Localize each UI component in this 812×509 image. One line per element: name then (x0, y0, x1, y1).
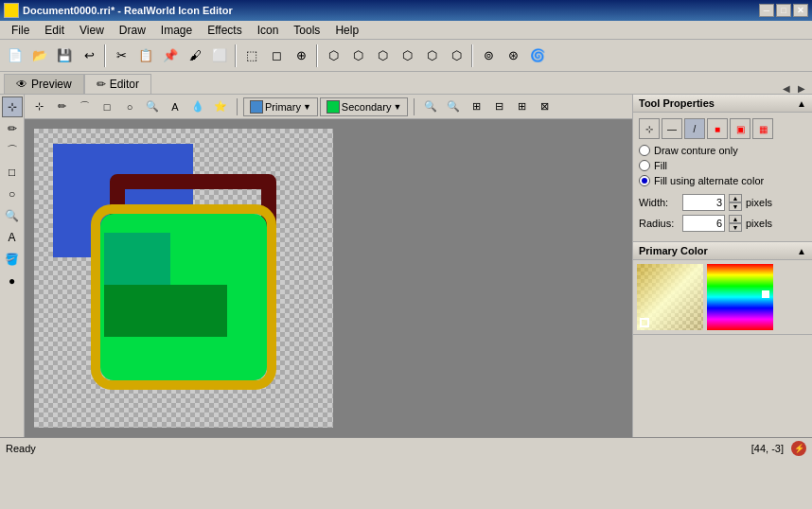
radius-down[interactable]: ▼ (729, 223, 742, 232)
radius-unit: pixels (746, 218, 772, 229)
save-button[interactable]: 💾 (53, 44, 76, 67)
radio-contour[interactable]: Draw conture only (639, 145, 806, 156)
editor-canvas[interactable] (34, 129, 333, 428)
minimize-button[interactable]: ─ (759, 4, 774, 17)
shape3-button[interactable]: ⬡ (371, 44, 394, 67)
effect1-button[interactable]: ⊚ (477, 44, 500, 67)
shape4-button[interactable]: ⬡ (396, 44, 418, 67)
sec-zoom-icon[interactable]: 🔍 (142, 97, 163, 117)
window-title: Document0000.rri* - RealWorld Icon Edito… (23, 5, 233, 16)
menu-effects[interactable]: Effects (200, 22, 249, 39)
menu-file[interactable]: File (4, 22, 37, 39)
draw-ellipse-tool[interactable]: ○ (2, 184, 23, 204)
shape6-button[interactable]: ⬡ (445, 44, 468, 67)
prop-btn-line[interactable]: — (662, 118, 682, 139)
secondary-toolbar: ⊹ ✏ ⌒ □ ○ 🔍 A 💧 ⭐ Primary ▼ Secondary ▼ … (25, 95, 632, 119)
eraser-button[interactable]: ⬜ (208, 44, 231, 67)
canvas-wrapper[interactable] (25, 119, 632, 437)
menu-draw[interactable]: Draw (112, 22, 153, 39)
draw-text-tool[interactable]: A (2, 227, 23, 248)
tab-editor[interactable]: ✏ Editor (84, 74, 151, 94)
zoom-in-icon[interactable]: 🔍 (443, 97, 464, 117)
draw-curve-tool[interactable]: ⌒ (2, 140, 23, 161)
prop-btn-diag[interactable]: / (684, 118, 705, 139)
tab-next-button[interactable]: ▶ (795, 83, 808, 94)
fit-icon[interactable]: ⊞ (466, 97, 486, 117)
draw-color-tool[interactable]: ● (2, 271, 23, 291)
secondary-color-button[interactable]: Secondary ▼ (320, 97, 409, 116)
prop-btn-draw[interactable]: ⊹ (639, 118, 660, 139)
grid-icon[interactable]: ⊟ (488, 97, 509, 117)
menu-bar: File Edit View Draw Image Effects Icon T… (0, 21, 812, 40)
select2-button[interactable]: ◻ (265, 44, 288, 67)
open-button[interactable]: 📂 (28, 44, 51, 67)
shape1-button[interactable]: ⬡ (322, 44, 344, 67)
color-spectrum[interactable] (707, 264, 773, 330)
radio-fill-label: Fill (654, 160, 667, 171)
paste-button[interactable]: 📌 (159, 44, 182, 67)
maximize-button[interactable]: □ (776, 4, 791, 17)
radio-fill[interactable]: Fill (639, 160, 806, 171)
prop-btn-red1[interactable]: ■ (707, 118, 728, 139)
color-checker-bg[interactable] (637, 264, 703, 330)
copy-button[interactable]: 📋 (134, 44, 157, 67)
shape5-button[interactable]: ⬡ (420, 44, 443, 67)
brush-button[interactable]: 🖌 (184, 44, 206, 67)
width-input[interactable] (682, 194, 725, 211)
draw-fill-tool[interactable]: 🪣 (2, 249, 23, 270)
tool-properties-collapse[interactable]: ▲ (797, 98, 806, 109)
title-bar: Document0000.rri* - RealWorld Icon Edito… (0, 0, 812, 21)
tab-prev-button[interactable]: ◀ (780, 83, 793, 94)
radio-fill-alt[interactable]: Fill using alternate color (639, 175, 806, 186)
grid2-icon[interactable]: ⊞ (511, 97, 532, 117)
menu-image[interactable]: Image (153, 22, 200, 39)
primary-color-collapse[interactable]: ▲ (797, 246, 806, 256)
draw-pen-tool[interactable]: ✏ (2, 118, 23, 139)
sec-star-icon[interactable]: ⭐ (210, 97, 231, 117)
primary-color-button[interactable]: Primary ▼ (243, 97, 318, 116)
sec-circle-icon[interactable]: ○ (119, 97, 140, 117)
zoom-out-icon[interactable]: 🔍 (420, 97, 441, 117)
sec-pencil-icon[interactable]: ✏ (51, 97, 72, 117)
cut-button[interactable]: ✂ (110, 44, 132, 67)
sec-brush-icon[interactable]: ⌒ (74, 97, 95, 117)
sec-fill-icon[interactable]: □ (97, 97, 117, 117)
preview-icon: 👁 (16, 78, 27, 91)
effect2-button[interactable]: ⊛ (502, 44, 524, 67)
radio-fill-alt-label: Fill using alternate color (654, 175, 764, 186)
width-down[interactable]: ▼ (729, 202, 742, 211)
draw-rect-tool[interactable]: □ (2, 162, 23, 183)
menu-view[interactable]: View (72, 22, 112, 39)
radius-input[interactable] (682, 215, 725, 232)
revert-button[interactable]: ↩ (78, 44, 100, 67)
separator-4 (471, 44, 473, 67)
radius-label: Radius: (639, 218, 679, 229)
effect3-button[interactable]: 🌀 (526, 44, 549, 67)
new-button[interactable]: 📄 (4, 44, 26, 67)
status-icon-symbol: ⚡ (794, 444, 804, 453)
menu-help[interactable]: Help (327, 22, 366, 39)
radius-up[interactable]: ▲ (729, 215, 742, 223)
sec-drop-icon[interactable]: 💧 (187, 97, 208, 117)
shape2-button[interactable]: ⬡ (346, 44, 369, 67)
prop-btn-red3[interactable]: ▦ (752, 118, 773, 139)
sec-select-icon[interactable]: ⊹ (28, 97, 49, 117)
sec-text-icon[interactable]: A (165, 97, 185, 117)
draw-select-tool[interactable]: ⊹ (2, 97, 23, 117)
grid3-icon[interactable]: ⊠ (534, 97, 555, 117)
menu-icon[interactable]: Icon (250, 22, 287, 39)
sec-separator2 (414, 98, 415, 115)
secondary-color-swatch (327, 100, 340, 114)
prop-btn-red2[interactable]: ▣ (730, 118, 750, 139)
tab-bar: 👁 Preview ✏ Editor ◀ ▶ (0, 72, 812, 95)
tool-properties-header: Tool Properties ▲ (633, 95, 812, 113)
radio-contour-label: Draw conture only (654, 145, 738, 156)
menu-tools[interactable]: Tools (286, 22, 327, 39)
menu-edit[interactable]: Edit (37, 22, 72, 39)
select-button[interactable]: ⬚ (240, 44, 263, 67)
tab-preview[interactable]: 👁 Preview (4, 74, 84, 94)
close-button[interactable]: ✕ (793, 4, 808, 17)
transform-button[interactable]: ⊕ (290, 44, 312, 67)
width-up[interactable]: ▲ (729, 194, 742, 202)
draw-zoom-tool[interactable]: 🔍 (2, 205, 23, 226)
